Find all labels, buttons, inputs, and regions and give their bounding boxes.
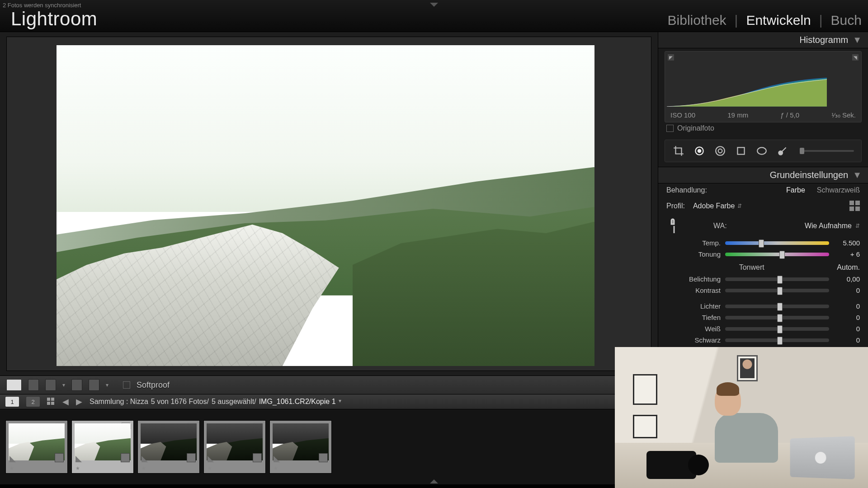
local-adjust-toolstrip	[665, 140, 862, 162]
rating-star[interactable]: ★	[142, 465, 146, 471]
develop-panel: Histogramm ▼ ◤ ◥ ISO 100 19 mm ƒ / 5,0 ¹…	[658, 32, 868, 375]
treatment-row: Behandlung: Farbe Schwarzweiß	[658, 183, 868, 197]
crop-tool-icon[interactable]	[672, 145, 685, 157]
tool-size-slider[interactable]	[800, 150, 854, 152]
thumbnail[interactable]: ★	[203, 420, 266, 474]
exposure-slider[interactable]	[725, 277, 829, 281]
svg-point-2	[716, 146, 725, 155]
rating-star[interactable]: ★	[75, 465, 80, 471]
develop-badge-icon	[253, 453, 262, 462]
temp-slider[interactable]	[725, 241, 829, 245]
thumbnail[interactable]: ★	[137, 420, 200, 474]
sync-status: 2 Fotos werden synchronisiert	[3, 2, 81, 9]
temp-label: Temp.	[666, 239, 725, 247]
profile-dropdown[interactable]: Adobe Farbe	[693, 202, 735, 210]
redeye-tool-icon[interactable]	[714, 145, 726, 157]
svg-point-1	[698, 150, 701, 153]
svg-point-5	[757, 147, 766, 154]
dropdown-icon: ⇵	[855, 223, 860, 229]
shadows-value[interactable]: 0	[829, 314, 860, 321]
chevron-down-icon[interactable]: ▾	[106, 382, 108, 388]
panel-collapse-top-icon[interactable]	[430, 3, 438, 7]
viewer-canvas[interactable]	[6, 37, 651, 371]
compare-x-button[interactable]	[89, 379, 99, 391]
highlights-slider[interactable]	[725, 305, 829, 308]
rating-star[interactable]: ★	[274, 465, 278, 471]
tint-slider[interactable]	[725, 253, 829, 256]
thumbnail[interactable]: ★	[71, 420, 134, 474]
wb-label: WA:	[713, 222, 727, 230]
wb-preset-dropdown[interactable]: Wie Aufnahme	[805, 222, 852, 230]
histogram-header[interactable]: Histogramm ▼	[658, 32, 868, 48]
contrast-slider[interactable]	[725, 289, 829, 292]
treatment-label: Behandlung:	[666, 186, 721, 194]
profile-row: Profil: Adobe Farbe ⇵	[658, 197, 868, 215]
next-photo-button[interactable]: ▶	[76, 397, 82, 407]
whites-value[interactable]: 0	[829, 325, 860, 333]
separator: |	[819, 13, 823, 28]
basic-title: Grundeinstellungen	[770, 170, 848, 180]
whites-slider[interactable]	[725, 327, 829, 331]
temp-value[interactable]: 5.500	[829, 239, 860, 247]
before-after-lr-button[interactable]	[28, 379, 39, 391]
profile-browser-icon[interactable]	[849, 201, 860, 211]
virtual-copy-icon	[274, 456, 280, 462]
histogram-canvas[interactable]: ◤ ◥	[667, 53, 859, 107]
panel-collapse-bottom-icon[interactable]	[430, 479, 438, 483]
wall-portrait	[737, 355, 758, 381]
focal-length: 19 mm	[727, 111, 748, 119]
exposure-value[interactable]: 0,00	[829, 275, 860, 283]
module-develop[interactable]: Entwickeln	[746, 13, 811, 28]
grid-view-icon[interactable]	[47, 398, 55, 406]
auto-tone-button[interactable]: Autom.	[837, 263, 860, 272]
collection-name: Sammlung : Nizza	[90, 398, 148, 406]
profile-label: Profil:	[666, 202, 685, 210]
chevron-down-icon[interactable]: ▾	[339, 398, 341, 406]
module-picker: Bibliothek | Entwickeln | Buch	[668, 13, 862, 28]
svg-point-6	[778, 151, 783, 155]
dslr-camera	[646, 451, 696, 479]
wb-eyedropper-icon[interactable]	[663, 215, 685, 237]
treatment-color[interactable]: Farbe	[786, 186, 805, 194]
treatment-bw[interactable]: Schwarzweiß	[817, 186, 860, 194]
blacks-slider[interactable]	[725, 338, 829, 342]
highlights-value[interactable]: 0	[829, 302, 860, 310]
softproof-checkbox[interactable]	[123, 381, 130, 389]
module-library[interactable]: Bibliothek	[668, 13, 726, 28]
thumbnail[interactable]: ★	[269, 420, 332, 474]
breadcrumb[interactable]: Sammlung : Nizza 5 von 1676 Fotos/ 5 aus…	[90, 398, 341, 406]
develop-badge-icon	[319, 453, 328, 462]
original-photo-toggle[interactable]: Originalfoto	[658, 122, 868, 137]
spot-removal-tool-icon[interactable]	[693, 145, 706, 157]
chevron-down-icon[interactable]: ▾	[62, 382, 65, 388]
virtual-copy-icon	[142, 456, 148, 462]
compare-y-button[interactable]	[71, 379, 82, 391]
radial-filter-tool-icon[interactable]	[755, 145, 768, 157]
prev-photo-button[interactable]: ◀	[62, 397, 69, 407]
wall-frame	[633, 374, 657, 405]
module-book[interactable]: Buch	[831, 13, 862, 28]
tint-value[interactable]: + 6	[829, 250, 860, 258]
virtual-copy-icon	[208, 456, 214, 462]
loupe-view-button[interactable]	[6, 379, 22, 391]
shadows-slider[interactable]	[725, 316, 829, 319]
virtual-copy-icon	[75, 456, 82, 462]
tint-slider-row: Tonung + 6	[658, 249, 868, 260]
temp-slider-row: Temp. 5.500	[658, 237, 868, 249]
monitor-1-button[interactable]: 1	[5, 397, 19, 407]
blacks-value[interactable]: 0	[829, 336, 860, 344]
monitor-2-button[interactable]: 2	[26, 397, 40, 407]
graduated-filter-tool-icon[interactable]	[735, 145, 747, 157]
brush-tool-icon[interactable]	[776, 145, 789, 157]
basic-panel-header[interactable]: Grundeinstellungen ▼	[658, 167, 868, 183]
rating-star[interactable]: ★	[208, 465, 212, 471]
photo-count: 5 von 1676 Fotos/	[151, 398, 209, 406]
checkbox-icon[interactable]	[666, 125, 674, 132]
contrast-value[interactable]: 0	[829, 286, 860, 294]
before-after-tb-button[interactable]	[45, 379, 56, 391]
shadow-clip-icon[interactable]: ◤	[668, 54, 674, 61]
highlight-clip-icon[interactable]: ◥	[852, 54, 859, 61]
main-photo[interactable]	[57, 45, 594, 366]
thumbnail[interactable]: ★	[5, 420, 68, 474]
rating-star[interactable]: ★	[9, 465, 14, 471]
